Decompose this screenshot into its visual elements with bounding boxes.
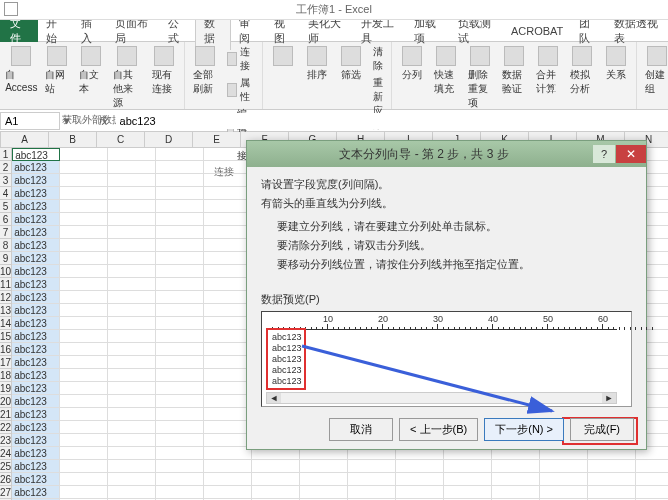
from-access-button[interactable]: 自 Access — [4, 44, 39, 95]
cell[interactable]: abc123 — [12, 473, 60, 486]
row-header[interactable]: 24 — [0, 447, 12, 460]
from-text-button[interactable]: 自文本 — [75, 44, 107, 98]
col-header-E[interactable]: E — [193, 132, 241, 148]
dialog-help-button[interactable]: ? — [593, 145, 615, 163]
cell[interactable] — [108, 317, 156, 330]
scroll-right-icon[interactable]: ► — [602, 393, 616, 403]
cell[interactable]: abc123 — [12, 200, 60, 213]
row-header[interactable]: 5 — [0, 200, 12, 213]
row-header[interactable]: 25 — [0, 460, 12, 473]
row-header[interactable]: 15 — [0, 330, 12, 343]
row-header[interactable]: 11 — [0, 278, 12, 291]
cell[interactable]: abc123 — [12, 161, 60, 174]
cell[interactable] — [60, 447, 108, 460]
row-header[interactable]: 3 — [0, 174, 12, 187]
cell[interactable] — [156, 408, 204, 421]
cell[interactable] — [204, 161, 252, 174]
cell[interactable]: abc123 — [12, 434, 60, 447]
scroll-left-icon[interactable]: ◄ — [267, 393, 281, 403]
cell[interactable] — [204, 187, 252, 200]
row-header[interactable]: 7 — [0, 226, 12, 239]
cell[interactable]: abc123 — [12, 395, 60, 408]
cell[interactable] — [636, 460, 668, 473]
cell[interactable]: abc123 — [12, 408, 60, 421]
cell[interactable] — [204, 343, 252, 356]
cell[interactable] — [156, 252, 204, 265]
cell[interactable]: abc123 — [12, 382, 60, 395]
formula-input[interactable] — [116, 113, 668, 129]
cell[interactable] — [156, 200, 204, 213]
cell[interactable] — [108, 486, 156, 499]
cell[interactable] — [108, 187, 156, 200]
row-header[interactable]: 2 — [0, 161, 12, 174]
cell[interactable] — [204, 239, 252, 252]
finish-button[interactable]: 完成(F) — [570, 418, 634, 441]
sort-az-button[interactable] — [267, 44, 299, 70]
cell[interactable]: abc123 — [12, 265, 60, 278]
cell[interactable] — [60, 187, 108, 200]
cell[interactable] — [204, 226, 252, 239]
cell[interactable] — [60, 213, 108, 226]
row-header[interactable]: 26 — [0, 473, 12, 486]
data-valid-button[interactable]: 数据验证 — [498, 44, 530, 98]
cell[interactable] — [396, 486, 444, 499]
cell[interactable] — [108, 369, 156, 382]
cell[interactable] — [60, 421, 108, 434]
col-header-A[interactable]: A — [1, 132, 49, 148]
cell[interactable] — [108, 278, 156, 291]
cell[interactable] — [204, 434, 252, 447]
cell[interactable] — [204, 265, 252, 278]
cell[interactable] — [60, 265, 108, 278]
cell[interactable] — [156, 369, 204, 382]
row-header[interactable]: 12 — [0, 291, 12, 304]
cell[interactable] — [60, 304, 108, 317]
cell[interactable] — [60, 252, 108, 265]
cell[interactable] — [60, 473, 108, 486]
cell[interactable] — [156, 382, 204, 395]
cell[interactable] — [108, 395, 156, 408]
cell[interactable] — [204, 200, 252, 213]
cell[interactable] — [156, 304, 204, 317]
cell[interactable] — [156, 226, 204, 239]
cell[interactable] — [108, 213, 156, 226]
cell[interactable] — [108, 252, 156, 265]
cell[interactable] — [492, 486, 540, 499]
cell[interactable] — [540, 473, 588, 486]
cell[interactable] — [60, 174, 108, 187]
cell[interactable] — [108, 161, 156, 174]
cell[interactable] — [60, 278, 108, 291]
text-to-col-button[interactable]: 分列 — [396, 44, 428, 84]
from-web-button[interactable]: 自网站 — [41, 44, 73, 98]
existing-conn-button[interactable]: 现有连接 — [148, 44, 180, 98]
col-header-B[interactable]: B — [49, 132, 97, 148]
from-other-button[interactable]: 自其他来源 — [109, 44, 147, 112]
cell[interactable] — [396, 460, 444, 473]
cell[interactable] — [156, 265, 204, 278]
sort-button[interactable]: 排序 — [301, 44, 333, 84]
cell[interactable] — [108, 291, 156, 304]
tab-acrobat[interactable]: ACROBAT — [503, 21, 571, 41]
cell[interactable] — [156, 148, 204, 161]
cell[interactable] — [156, 486, 204, 499]
cell[interactable] — [204, 408, 252, 421]
fx-label[interactable]: fx — [91, 115, 116, 127]
cell[interactable]: abc123 — [12, 239, 60, 252]
cell[interactable] — [540, 460, 588, 473]
cell[interactable] — [156, 421, 204, 434]
cell[interactable] — [204, 252, 252, 265]
remove-dup-button[interactable]: 删除重复项 — [464, 44, 496, 112]
cell[interactable]: abc123 — [12, 252, 60, 265]
cell[interactable] — [156, 356, 204, 369]
dialog-close-button[interactable]: ✕ — [616, 145, 646, 163]
row-header[interactable]: 17 — [0, 356, 12, 369]
cell[interactable] — [60, 395, 108, 408]
row-header[interactable]: 10 — [0, 265, 12, 278]
consolidate-button[interactable]: 合并计算 — [532, 44, 564, 98]
cell[interactable] — [156, 317, 204, 330]
cell[interactable] — [204, 421, 252, 434]
cell[interactable] — [588, 473, 636, 486]
cell[interactable] — [108, 382, 156, 395]
cell[interactable] — [108, 447, 156, 460]
row-header[interactable]: 22 — [0, 421, 12, 434]
cell[interactable]: abc123 — [12, 369, 60, 382]
